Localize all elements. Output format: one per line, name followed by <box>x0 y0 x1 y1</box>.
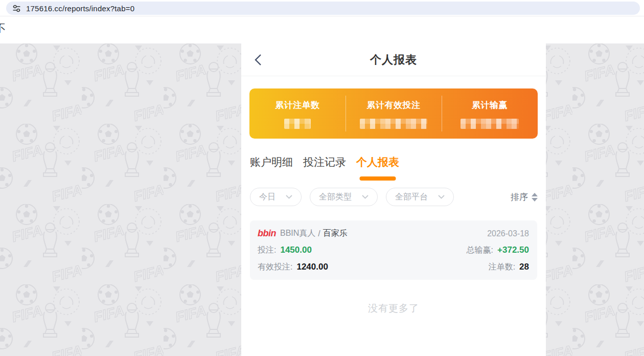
valid-bet-label: 有效投注: <box>258 262 292 273</box>
filter-label: 全部类型 <box>319 192 352 203</box>
filter-platform-dropdown[interactable]: 全部平台 <box>386 188 454 206</box>
record-row-1: 投注: 1450.00 总输赢: +372.50 <box>258 245 529 256</box>
chevron-down-icon <box>286 195 292 199</box>
valid-bet-value: 1240.00 <box>296 262 328 272</box>
browser-toolbar: 175616.cc/reports/index?tab=0 <box>0 0 644 16</box>
tab-personal-report[interactable]: 个人报表 <box>356 155 399 181</box>
sort-label: 排序 <box>511 191 528 203</box>
white-band: 不 <box>0 17 644 43</box>
address-bar[interactable]: 175616.cc/reports/index?tab=0 <box>6 2 640 15</box>
summary-stats-card: 累计注单数 累计有效投注 累计输赢 <box>249 88 538 139</box>
page-title: 个人报表 <box>370 52 417 68</box>
bet-count-label: 注单数: <box>489 262 515 273</box>
filter-date-dropdown[interactable]: 今日 <box>250 188 302 206</box>
sort-control[interactable]: 排序 <box>511 191 538 203</box>
no-more-indicator: 没有更多了 <box>241 302 546 315</box>
filter-label: 全部平台 <box>395 192 428 203</box>
app-panel: 个人报表 累计注单数 累计有效投注 累计输赢 账户明细 投注记录 个人报表 今日… <box>241 43 546 356</box>
redacted-value <box>461 119 519 129</box>
filter-label: 今日 <box>259 192 275 203</box>
redacted-value <box>360 119 427 129</box>
url-text[interactable]: 175616.cc/reports/index?tab=0 <box>26 4 134 13</box>
tab-bar: 账户明细 投注记录 个人报表 <box>250 155 399 181</box>
clipped-text-fragment: 不 <box>0 21 6 35</box>
record-separator: / <box>318 229 320 238</box>
chevron-left-icon <box>255 54 262 66</box>
back-button[interactable] <box>255 54 263 66</box>
filter-bar: 今日 全部类型 全部平台 排序 <box>250 188 538 206</box>
app-header: 个人报表 <box>241 43 546 76</box>
tab-bet-records[interactable]: 投注记录 <box>303 155 346 181</box>
report-record-card[interactable]: bbin BBIN真人 / 百家乐 2026-03-18 投注: 1450.00… <box>250 220 537 280</box>
bbin-logo: bbin <box>258 228 276 239</box>
stat-total-bets: 累计注单数 <box>249 88 346 139</box>
site-info-icon[interactable] <box>12 4 21 13</box>
record-game: 百家乐 <box>323 228 348 239</box>
bet-value: 1450.00 <box>280 245 311 255</box>
record-provider: BBIN真人 <box>280 228 315 239</box>
sort-arrows-icon <box>532 193 538 202</box>
chevron-down-icon <box>362 195 369 199</box>
winloss-label: 总输赢: <box>467 245 493 256</box>
filter-type-dropdown[interactable]: 全部类型 <box>310 188 378 206</box>
stat-label: 累计注单数 <box>275 99 320 111</box>
stat-label: 累计输赢 <box>472 99 508 111</box>
record-header: bbin BBIN真人 / 百家乐 2026-03-18 <box>258 228 529 239</box>
record-row-2: 有效投注: 1240.00 注单数: 28 <box>258 262 529 273</box>
tab-account-details[interactable]: 账户明细 <box>250 155 293 181</box>
bet-label: 投注: <box>258 245 276 256</box>
redacted-value <box>284 119 311 129</box>
record-date: 2026-03-18 <box>487 229 529 238</box>
chevron-down-icon <box>438 195 445 199</box>
winloss-value: +372.50 <box>497 245 529 255</box>
bet-count-value: 28 <box>519 262 529 272</box>
stat-valid-wager: 累计有效投注 <box>346 88 442 139</box>
stat-win-loss: 累计输赢 <box>442 88 538 139</box>
stat-label: 累计有效投注 <box>367 99 421 111</box>
